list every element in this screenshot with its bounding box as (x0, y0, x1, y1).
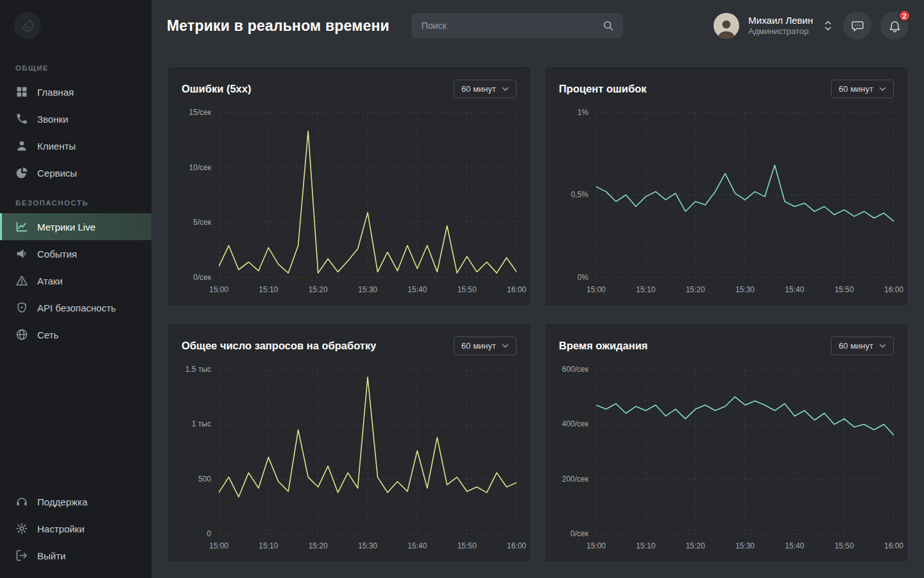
search-box (411, 13, 623, 39)
sidebar-item-services[interactable]: Сервисы (0, 159, 151, 186)
chevron-down-icon (825, 26, 832, 31)
shield-icon (15, 301, 28, 314)
x-axis-label: 15:10 (636, 285, 655, 294)
sidebar-item-home[interactable]: Главная (0, 78, 151, 105)
grid-icon (15, 85, 28, 98)
chart-card-wait-time: Время ожидания 60 минут 600/сек400/сек20… (544, 323, 909, 563)
time-range-value: 60 минут (461, 341, 496, 351)
chart-title: Время ожидания (559, 340, 647, 352)
sidebar-item-metrics-live[interactable]: Метрики Live (0, 213, 151, 240)
gear-icon (15, 522, 28, 535)
section-label-general: ОБЩИЕ (0, 55, 151, 78)
messages-button[interactable] (843, 12, 871, 40)
line-chart: 1%0,5%0% (559, 112, 894, 277)
user-menu-toggle[interactable] (822, 21, 834, 31)
sidebar-item-calls[interactable]: Звонки (0, 105, 151, 132)
section-label-security: БЕЗОПАСНОСТЬ (0, 190, 151, 213)
x-axis-label: 15:00 (586, 285, 606, 294)
chart-card-total-requests: Общее число запросов на обработку 60 мин… (167, 323, 531, 563)
sidebar-item-label: Поддержка (37, 496, 87, 507)
pie-icon (15, 166, 28, 179)
chevron-down-icon (879, 344, 886, 348)
sidebar-item-label: События (37, 249, 77, 259)
time-range-select[interactable]: 60 минут (831, 80, 894, 98)
x-axis: 15:0015:1015:2015:3015:4015:5016:00 (219, 534, 517, 553)
sidebar-item-label: Звонки (37, 114, 68, 125)
sidebar-item-clients[interactable]: Клиенты (0, 132, 151, 159)
x-axis-label: 15:30 (358, 541, 377, 550)
plot-area (219, 112, 517, 277)
notifications-button[interactable]: 2 (880, 12, 909, 40)
line-chart: 15/сек10/сек5/сек0/сек (182, 112, 517, 277)
y-axis-label: 600/сек (562, 365, 588, 374)
line-chart: 1.5 тыс1 тыс5000 (182, 369, 517, 534)
brand-logo (0, 0, 151, 51)
line-chart: 600/сек400/сек200/сек0/сек (559, 369, 894, 534)
x-axis-label: 16:00 (884, 541, 903, 550)
x-axis-label: 15:30 (735, 285, 755, 294)
x-axis-label: 15:00 (586, 541, 606, 550)
sidebar-item-label: Выйти (37, 550, 65, 561)
chart-title: Процент ошибок (559, 83, 646, 95)
user-role: Администратор (748, 26, 813, 37)
y-axis-label: 1% (578, 108, 588, 117)
sidebar-item-api-security[interactable]: API безопасность (0, 294, 151, 321)
time-range-select[interactable]: 60 минут (454, 80, 517, 98)
x-axis-label: 15:30 (735, 541, 755, 550)
avatar[interactable] (714, 13, 739, 39)
main-area: Метрики в реальном времени Михаил Левин … (151, 0, 924, 578)
sidebar-item-label: Метрики Live (37, 222, 96, 232)
sidebar-item-label: Сервисы (37, 168, 77, 179)
chevron-up-icon (825, 21, 832, 25)
x-axis-label: 15:50 (835, 285, 854, 294)
chart-card-error-rate: Процент ошибок 60 минут 1%0,5%0% 15:0015… (544, 66, 909, 306)
chevron-down-icon (502, 344, 509, 348)
x-axis-label: 15:20 (309, 541, 328, 550)
chat-icon (851, 19, 864, 33)
y-axis-label: 0 (207, 529, 211, 538)
chart-card-errors-5xx: Ошибки (5xx) 60 минут 15/сек10/сек5/сек0… (167, 66, 531, 306)
sidebar-item-settings[interactable]: Настройки (0, 515, 151, 542)
x-axis: 15:0015:1015:2015:3015:4015:5016:00 (596, 534, 894, 553)
sidebar-item-support[interactable]: Поддержка (0, 488, 151, 515)
sidebar-item-attacks[interactable]: Атаки (0, 267, 151, 294)
dashboard-grid: Ошибки (5xx) 60 минут 15/сек10/сек5/сек0… (151, 51, 924, 578)
y-axis-label: 1 тыс (192, 419, 211, 428)
x-axis-label: 15:50 (458, 541, 477, 550)
y-axis-label: 15/сек (189, 108, 211, 117)
line-chart-icon (15, 220, 28, 233)
time-range-select[interactable]: 60 минут (831, 337, 894, 355)
sidebar-item-label: Сеть (37, 329, 58, 340)
time-range-value: 60 минут (839, 341, 873, 351)
x-axis-label: 15:10 (636, 541, 655, 550)
sidebar-item-label: Атаки (37, 276, 63, 286)
y-axis-label: 400/сек (562, 419, 588, 428)
sidebar-item-logout[interactable]: Выйти (0, 542, 151, 569)
sidebar-item-label: Настройки (37, 523, 85, 534)
warning-triangle-icon (15, 274, 28, 287)
x-axis-label: 16:00 (507, 285, 526, 294)
y-axis-label: 10/сек (189, 163, 211, 172)
x-axis-label: 15:50 (458, 285, 477, 294)
x-axis-label: 15:20 (686, 285, 705, 294)
y-axis-label: 200/сек (562, 475, 588, 484)
time-range-select[interactable]: 60 минут (454, 337, 517, 355)
x-axis-label: 15:40 (785, 541, 804, 550)
y-axis-label: 0,5% (571, 190, 588, 199)
sidebar-item-events[interactable]: События (0, 240, 151, 267)
sidebar-item-network[interactable]: Сеть (0, 321, 151, 348)
y-axis: 600/сек400/сек200/сек0/сек (559, 369, 596, 534)
y-axis-label: 5/сек (193, 218, 211, 227)
phone-icon (15, 112, 28, 125)
search-input[interactable] (411, 13, 623, 39)
x-axis-label: 15:30 (358, 285, 377, 294)
x-axis-label: 15:50 (835, 541, 854, 550)
megaphone-icon (15, 247, 28, 260)
x-axis-label: 15:00 (209, 541, 228, 550)
time-range-value: 60 минут (461, 84, 496, 94)
plot-area (219, 369, 517, 534)
brand-logo-icon (14, 12, 41, 39)
chart-title: Ошибки (5xx) (182, 83, 251, 95)
user-meta: Михаил Левин Администратор (748, 15, 813, 37)
y-axis: 1.5 тыс1 тыс5000 (182, 369, 219, 534)
